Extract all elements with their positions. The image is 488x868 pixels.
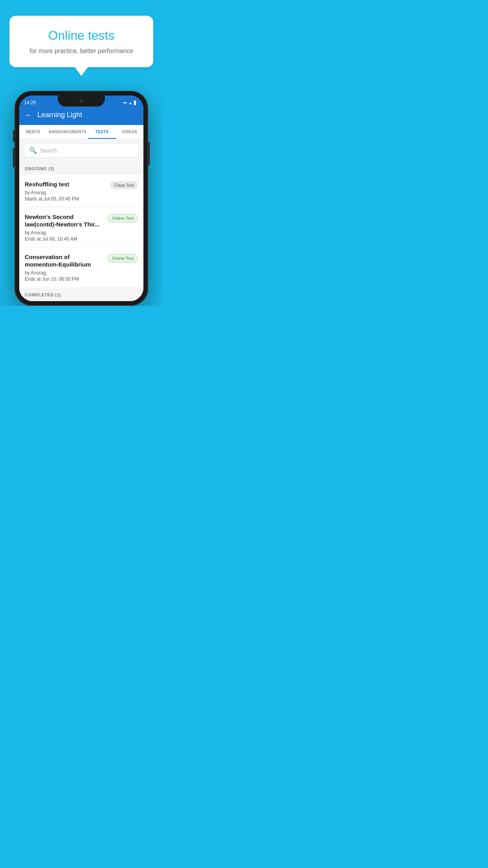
back-button[interactable]: ←	[25, 110, 33, 120]
promo-title: Online tests	[19, 28, 144, 43]
volume-button-up	[13, 130, 15, 142]
test-by: by Anurag	[25, 190, 106, 195]
test-item[interactable]: Conservation of momentum-Equilibrium by …	[19, 248, 143, 288]
app-header: ← Learning Light	[19, 107, 143, 125]
phone-notch	[58, 96, 105, 107]
search-placeholder: Search	[40, 147, 57, 154]
test-info: Conservation of momentum-Equilibrium by …	[25, 253, 108, 282]
completed-section-header: COMPLETED (1)	[19, 288, 143, 301]
battery-icon: ▋	[134, 101, 137, 105]
test-time: Starts at Jul 05, 05:45 PM	[25, 196, 106, 202]
search-icon: 🔍	[29, 147, 37, 154]
tests-list: Reshuffling test by Anurag Starts at Jul…	[19, 175, 143, 288]
test-time: Ends at Jul 06, 10:45 AM	[25, 236, 104, 242]
ongoing-label: ONGOING (3)	[25, 166, 54, 171]
test-by: by Anurag	[25, 270, 104, 276]
test-name: Conservation of momentum-Equilibrium	[25, 253, 104, 268]
test-by: by Anurag	[25, 230, 104, 235]
test-badge: Online Test	[108, 214, 138, 223]
ongoing-section-header: ONGOING (3)	[19, 162, 143, 175]
phone-screen: 14:29 ▾▾ ▲ ▋ ← Learning Light MENTS ANNO…	[19, 96, 143, 301]
test-item[interactable]: Reshuffling test by Anurag Starts at Jul…	[19, 175, 143, 208]
promo-subtitle: for more practice, better performance	[19, 48, 144, 55]
signal-icon: ▲	[128, 101, 132, 105]
completed-label: COMPLETED (1)	[25, 292, 61, 297]
test-badge: Class Test	[110, 181, 138, 189]
tabs-bar: MENTS ANNOUNCEMENTS TESTS VIDEOS	[19, 125, 143, 139]
promo-section: Online tests for more practice, better p…	[0, 0, 163, 67]
camera-icon	[79, 99, 83, 103]
search-bar[interactable]: 🔍 Search	[24, 143, 139, 158]
test-item[interactable]: Newton's Second law(contd)-Newton's Thir…	[19, 208, 143, 248]
test-name: Reshuffling test	[25, 180, 106, 188]
wifi-icon: ▾▾	[123, 101, 127, 105]
phone-frame: 14:29 ▾▾ ▲ ▋ ← Learning Light MENTS ANNO…	[15, 91, 148, 306]
phone-mockup: 14:29 ▾▾ ▲ ▋ ← Learning Light MENTS ANNO…	[15, 91, 148, 306]
test-info: Reshuffling test by Anurag Starts at Jul…	[25, 180, 110, 202]
tab-tests[interactable]: TESTS	[88, 125, 116, 139]
app-title: Learning Light	[37, 111, 82, 119]
power-button	[148, 142, 150, 166]
test-info: Newton's Second law(contd)-Newton's Thir…	[25, 213, 108, 242]
volume-button-down	[13, 148, 15, 167]
test-badge: Online Test	[108, 254, 138, 263]
speech-bubble: Online tests for more practice, better p…	[9, 16, 153, 67]
search-container: 🔍 Search	[19, 139, 143, 162]
tab-ments[interactable]: MENTS	[19, 125, 47, 139]
status-icons: ▾▾ ▲ ▋	[123, 97, 137, 105]
test-name: Newton's Second law(contd)-Newton's Thir…	[25, 213, 104, 228]
tab-announcements[interactable]: ANNOUNCEMENTS	[47, 125, 88, 139]
test-time: Ends at Jun 10, 06:00 PM	[25, 276, 104, 282]
tab-videos[interactable]: VIDEOS	[116, 125, 143, 139]
status-time: 14:29	[24, 97, 36, 105]
